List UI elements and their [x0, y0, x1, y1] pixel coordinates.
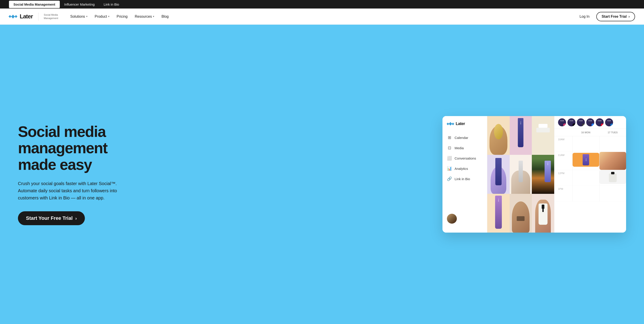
facebook-icon: f — [592, 123, 594, 126]
login-button[interactable]: Log In — [576, 13, 592, 20]
face-image — [600, 152, 626, 170]
time-label-1pm: 1PM — [554, 186, 572, 192]
main-navigation: Later Social MediaManagement Solutions ▾… — [0, 9, 644, 25]
cal-slot-mon-11am: FOAM — [572, 152, 599, 170]
avatar-pinterest: FOAM P — [596, 118, 604, 126]
logo-text: Later — [20, 13, 33, 20]
app-calendar-panel: FOAM 📷 FOAM ♪ FOAM @ F — [554, 116, 626, 233]
avatar-label-foam: FOAM — [607, 120, 611, 121]
linkedin-icon: in — [610, 123, 613, 126]
cal-day-17: 17 TUES — [599, 130, 626, 135]
hero-section: Social media management made easy Crush … — [0, 25, 644, 324]
time-label-10am: 10AM — [554, 136, 572, 143]
time-column-header — [554, 130, 572, 135]
pump-head — [611, 172, 614, 175]
start-free-trial-button[interactable]: Start Free Trial › — [596, 12, 635, 21]
analytics-icon: 📊 — [447, 166, 452, 171]
sidebar-item-calendar[interactable]: ⊞ Calendar — [442, 132, 487, 143]
avatar-label-foam: FOAM — [560, 120, 564, 121]
threads-icon: @ — [582, 123, 585, 126]
sidebar-item-conversations[interactable]: ⬜ Conversations — [442, 153, 487, 163]
cal-slot-mon-1pm — [572, 186, 599, 201]
arrow-right-icon: › — [75, 216, 77, 221]
chevron-down-icon: ▾ — [86, 15, 88, 18]
logo-subtitle: Social MediaManagement — [44, 13, 58, 20]
chevron-down-icon: ▾ — [108, 15, 110, 18]
banner-item-influencer[interactable]: Influencer Marketing — [60, 1, 99, 8]
avatar-label-foam: FOAM — [579, 120, 583, 121]
media-cell-6: FOAM — [532, 155, 554, 194]
chat-icon: ⬜ — [447, 156, 452, 161]
pump-bottle-small — [609, 172, 617, 182]
app-logo-text: Later — [456, 121, 465, 126]
sidebar-label-link-in-bio: Link in Bio — [454, 177, 470, 181]
avatar-facebook: FOAM f — [586, 118, 594, 126]
cal-slot-tue-10am — [599, 136, 626, 152]
avatar-label-foam: FOAM — [598, 120, 602, 121]
hero-cta-button[interactable]: Start Your Free Trial › — [18, 211, 85, 225]
nav-label-resources: Resources — [135, 15, 152, 19]
sidebar-item-media[interactable]: ⊡ Media — [442, 143, 487, 153]
avatar-linkedin: FOAM in — [605, 118, 613, 126]
time-slot-11am: 11AM FOAM — [554, 152, 626, 170]
nav-item-pricing[interactable]: Pricing — [114, 13, 131, 20]
nav-item-blog[interactable]: Blog — [158, 13, 172, 20]
nav-item-resources[interactable]: Resources ▾ — [132, 13, 158, 20]
banner-item-link-in-bio[interactable]: Link in Bio — [99, 1, 124, 8]
cal-slot-mon-10am — [572, 136, 599, 152]
pinterest-icon: P — [601, 123, 604, 126]
nav-label-pricing: Pricing — [117, 15, 128, 19]
sidebar-label-media: Media — [454, 146, 464, 150]
chevron-down-icon: ▾ — [153, 15, 154, 18]
time-label-11am: 11AM — [554, 152, 572, 158]
diamond-icon-3 — [14, 15, 18, 18]
sidebar-item-analytics[interactable]: 📊 Analytics — [442, 163, 487, 174]
media-icon: ⊡ — [447, 145, 452, 150]
calendar-event-orange-tube: FOAM — [572, 153, 599, 167]
cal-slot-tue-1pm — [599, 186, 626, 201]
media-cell-4 — [487, 155, 510, 194]
nav-links: Solutions ▾ Product ▾ Pricing Resources … — [67, 13, 576, 20]
avatar-tiktok: FOAM ♪ — [568, 118, 576, 126]
sidebar-label-analytics: Analytics — [454, 167, 468, 171]
cal-slot-tue-11am — [599, 152, 626, 170]
cal-day-16: 16 MON — [572, 130, 599, 135]
media-cell-2: FOAM — [510, 116, 532, 155]
banner-item-social-media[interactable]: Social Media Management — [9, 1, 60, 8]
nav-item-product[interactable]: Product ▾ — [92, 13, 113, 20]
calendar-event-pump-bottle — [600, 170, 626, 184]
sidebar-label-calendar: Calendar — [454, 136, 468, 140]
pump-body — [609, 173, 617, 182]
avatar-instagram: FOAM 📷 — [558, 118, 566, 126]
calendar-event-face — [600, 152, 626, 170]
time-label-12pm: 12PM — [554, 170, 572, 176]
app-mockup: Later ⊞ Calendar ⊡ Media ⬜ Conversations… — [442, 116, 626, 233]
app-media-grid: FOAM — [487, 116, 554, 233]
nav-label-solutions: Solutions — [70, 15, 85, 19]
nav-label-blog: Blog — [162, 15, 168, 19]
app-diamond-3 — [452, 123, 454, 125]
logo-icon — [9, 15, 17, 18]
hero-content: Social media management made easy Crush … — [18, 123, 143, 225]
trial-button-label: Start Free Trial — [602, 15, 627, 19]
top-banner: Social Media Management Influencer Marke… — [0, 0, 644, 9]
link-icon: 🔗 — [447, 176, 452, 181]
calendar-icon: ⊞ — [447, 135, 452, 140]
nav-item-solutions[interactable]: Solutions ▾ — [67, 13, 91, 20]
hero-app-mockup-container: Later ⊞ Calendar ⊡ Media ⬜ Conversations… — [143, 114, 626, 235]
cal-slot-mon-12pm — [572, 170, 599, 186]
avatar-label-foam: FOAM — [570, 120, 573, 121]
time-slot-12pm: 12PM — [554, 170, 626, 186]
time-slot-1pm: 1PM — [554, 186, 626, 201]
avatar-image — [447, 214, 457, 224]
hero-subtext: Crush your social goals faster with Late… — [18, 180, 126, 201]
avatar — [447, 214, 457, 224]
app-sidebar: Later ⊞ Calendar ⊡ Media ⬜ Conversations… — [442, 116, 487, 233]
hero-cta-label: Start Your Free Trial — [26, 215, 72, 221]
logo-link[interactable]: Later Social MediaManagement — [9, 13, 58, 21]
time-slot-10am: 10AM — [554, 136, 626, 152]
nav-actions: Log In Start Free Trial › — [576, 12, 635, 21]
media-cell-3 — [532, 116, 554, 155]
sidebar-item-link-in-bio[interactable]: 🔗 Link in Bio — [442, 174, 487, 184]
app-logo-icon — [447, 123, 454, 125]
